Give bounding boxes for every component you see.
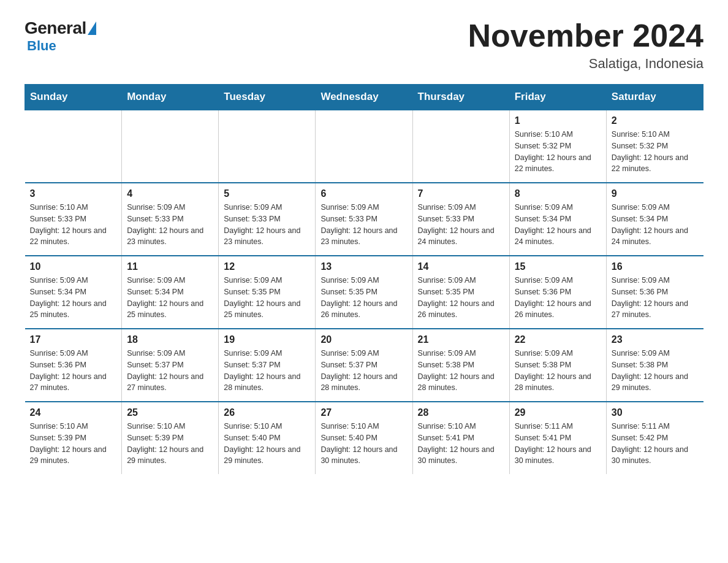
logo-blue-text: Blue [27,38,56,54]
day-number: 6 [320,188,407,199]
day-number: 12 [224,261,310,272]
calendar-cell [412,110,509,183]
day-number: 3 [30,188,117,199]
weekday-header-friday: Friday [509,85,606,110]
day-number: 23 [612,334,699,345]
day-number: 11 [127,261,213,272]
calendar-cell: 17Sunrise: 5:09 AM Sunset: 5:36 PM Dayli… [25,329,122,402]
calendar-cell [316,110,412,183]
calendar-cell: 26Sunrise: 5:10 AM Sunset: 5:40 PM Dayli… [219,402,316,474]
day-sun-info: Sunrise: 5:09 AM Sunset: 5:33 PM Dayligh… [127,202,213,248]
calendar-cell: 7Sunrise: 5:09 AM Sunset: 5:33 PM Daylig… [412,183,509,256]
calendar-table: SundayMondayTuesdayWednesdayThursdayFrid… [25,84,703,474]
calendar-cell: 4Sunrise: 5:09 AM Sunset: 5:33 PM Daylig… [122,183,219,256]
day-number: 25 [127,407,213,418]
day-number: 27 [320,407,407,418]
calendar-cell: 22Sunrise: 5:09 AM Sunset: 5:38 PM Dayli… [509,329,606,402]
day-sun-info: Sunrise: 5:09 AM Sunset: 5:38 PM Dayligh… [418,348,504,394]
day-number: 2 [612,115,699,126]
day-sun-info: Sunrise: 5:09 AM Sunset: 5:34 PM Dayligh… [127,275,213,321]
calendar-cell: 30Sunrise: 5:11 AM Sunset: 5:42 PM Dayli… [606,402,703,474]
day-sun-info: Sunrise: 5:09 AM Sunset: 5:36 PM Dayligh… [612,275,699,321]
logo: General Blue [25,18,96,54]
calendar-cell: 13Sunrise: 5:09 AM Sunset: 5:35 PM Dayli… [316,256,412,329]
calendar-cell: 11Sunrise: 5:09 AM Sunset: 5:34 PM Dayli… [122,256,219,329]
day-number: 22 [515,334,601,345]
day-sun-info: Sunrise: 5:09 AM Sunset: 5:33 PM Dayligh… [224,202,310,248]
day-number: 28 [418,407,504,418]
calendar-cell: 5Sunrise: 5:09 AM Sunset: 5:33 PM Daylig… [219,183,316,256]
calendar-cell: 29Sunrise: 5:11 AM Sunset: 5:41 PM Dayli… [509,402,606,474]
calendar-cell: 9Sunrise: 5:09 AM Sunset: 5:34 PM Daylig… [606,183,703,256]
day-sun-info: Sunrise: 5:10 AM Sunset: 5:40 PM Dayligh… [320,421,407,467]
day-number: 1 [515,115,601,126]
week-row-5: 24Sunrise: 5:10 AM Sunset: 5:39 PM Dayli… [25,402,703,474]
calendar-cell: 14Sunrise: 5:09 AM Sunset: 5:35 PM Dayli… [412,256,509,329]
title-area: November 2024 Salatiga, Indonesia [468,18,703,72]
calendar-cell: 20Sunrise: 5:09 AM Sunset: 5:37 PM Dayli… [316,329,412,402]
calendar-cell: 25Sunrise: 5:10 AM Sunset: 5:39 PM Dayli… [122,402,219,474]
calendar-cell: 15Sunrise: 5:09 AM Sunset: 5:36 PM Dayli… [509,256,606,329]
day-sun-info: Sunrise: 5:10 AM Sunset: 5:40 PM Dayligh… [224,421,310,467]
day-number: 8 [515,188,601,199]
calendar-cell [25,110,122,183]
week-row-1: 1Sunrise: 5:10 AM Sunset: 5:32 PM Daylig… [25,110,703,183]
weekday-header-thursday: Thursday [412,85,509,110]
day-sun-info: Sunrise: 5:10 AM Sunset: 5:39 PM Dayligh… [127,421,213,467]
calendar-cell [219,110,316,183]
day-number: 18 [127,334,213,345]
calendar-cell: 23Sunrise: 5:09 AM Sunset: 5:38 PM Dayli… [606,329,703,402]
day-sun-info: Sunrise: 5:09 AM Sunset: 5:34 PM Dayligh… [515,202,601,248]
day-sun-info: Sunrise: 5:09 AM Sunset: 5:37 PM Dayligh… [320,348,407,394]
day-number: 7 [418,188,504,199]
calendar-cell: 21Sunrise: 5:09 AM Sunset: 5:38 PM Dayli… [412,329,509,402]
location-subtitle: Salatiga, Indonesia [468,56,703,72]
calendar-cell: 28Sunrise: 5:10 AM Sunset: 5:41 PM Dayli… [412,402,509,474]
month-year-title: November 2024 [468,18,703,53]
day-sun-info: Sunrise: 5:09 AM Sunset: 5:37 PM Dayligh… [127,348,213,394]
day-number: 26 [224,407,310,418]
weekday-header-sunday: Sunday [25,85,122,110]
day-sun-info: Sunrise: 5:10 AM Sunset: 5:32 PM Dayligh… [515,129,601,175]
day-sun-info: Sunrise: 5:09 AM Sunset: 5:33 PM Dayligh… [418,202,504,248]
day-number: 15 [515,261,601,272]
day-sun-info: Sunrise: 5:09 AM Sunset: 5:38 PM Dayligh… [515,348,601,394]
header: General Blue November 2024 Salatiga, Ind… [25,18,703,72]
day-sun-info: Sunrise: 5:09 AM Sunset: 5:34 PM Dayligh… [30,275,117,321]
calendar-cell: 2Sunrise: 5:10 AM Sunset: 5:32 PM Daylig… [606,110,703,183]
week-row-4: 17Sunrise: 5:09 AM Sunset: 5:36 PM Dayli… [25,329,703,402]
day-number: 10 [30,261,117,272]
day-number: 29 [515,407,601,418]
week-row-3: 10Sunrise: 5:09 AM Sunset: 5:34 PM Dayli… [25,256,703,329]
day-sun-info: Sunrise: 5:09 AM Sunset: 5:37 PM Dayligh… [224,348,310,394]
calendar-cell: 3Sunrise: 5:10 AM Sunset: 5:33 PM Daylig… [25,183,122,256]
day-sun-info: Sunrise: 5:09 AM Sunset: 5:36 PM Dayligh… [515,275,601,321]
calendar-cell [122,110,219,183]
calendar-cell: 18Sunrise: 5:09 AM Sunset: 5:37 PM Dayli… [122,329,219,402]
calendar-cell: 8Sunrise: 5:09 AM Sunset: 5:34 PM Daylig… [509,183,606,256]
day-number: 20 [320,334,407,345]
day-number: 17 [30,334,117,345]
week-row-2: 3Sunrise: 5:10 AM Sunset: 5:33 PM Daylig… [25,183,703,256]
calendar-cell: 27Sunrise: 5:10 AM Sunset: 5:40 PM Dayli… [316,402,412,474]
day-sun-info: Sunrise: 5:11 AM Sunset: 5:41 PM Dayligh… [515,421,601,467]
day-sun-info: Sunrise: 5:10 AM Sunset: 5:33 PM Dayligh… [30,202,117,248]
day-number: 13 [320,261,407,272]
day-number: 14 [418,261,504,272]
day-sun-info: Sunrise: 5:09 AM Sunset: 5:33 PM Dayligh… [320,202,407,248]
day-sun-info: Sunrise: 5:10 AM Sunset: 5:39 PM Dayligh… [30,421,117,467]
day-number: 24 [30,407,117,418]
weekday-header-monday: Monday [122,85,219,110]
day-sun-info: Sunrise: 5:09 AM Sunset: 5:35 PM Dayligh… [224,275,310,321]
day-number: 21 [418,334,504,345]
day-sun-info: Sunrise: 5:09 AM Sunset: 5:35 PM Dayligh… [418,275,504,321]
weekday-header-wednesday: Wednesday [316,85,412,110]
weekday-header-row: SundayMondayTuesdayWednesdayThursdayFrid… [25,85,703,110]
day-number: 4 [127,188,213,199]
calendar-cell: 16Sunrise: 5:09 AM Sunset: 5:36 PM Dayli… [606,256,703,329]
logo-triangle-icon [88,21,96,35]
logo-general-text: General [25,18,86,38]
day-sun-info: Sunrise: 5:10 AM Sunset: 5:32 PM Dayligh… [612,129,699,175]
calendar-cell: 6Sunrise: 5:09 AM Sunset: 5:33 PM Daylig… [316,183,412,256]
day-number: 9 [612,188,699,199]
